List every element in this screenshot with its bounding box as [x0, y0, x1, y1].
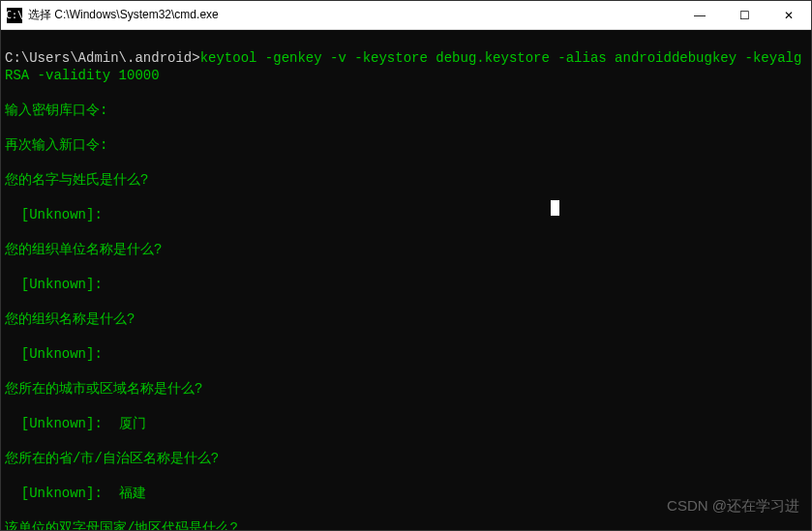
app-icon: C:\: [7, 8, 22, 23]
text-cursor: [551, 200, 559, 216]
output-line: [Unknown]: 福建: [5, 485, 807, 502]
output-line: [Unknown]: 厦门: [5, 415, 807, 432]
output-line: 您的组织单位名称是什么?: [5, 241, 807, 258]
output-line: [Unknown]:: [5, 276, 807, 293]
output-line: 该单位的双字母国家/地区代码是什么?: [5, 519, 807, 530]
terminal-output[interactable]: C:\Users\Admin\.android>keytool -genkey …: [1, 30, 811, 530]
output-line: 再次输入新口令:: [5, 136, 807, 154]
titlebar: C:\ 选择 C:\Windows\System32\cmd.exe — ☐ ✕: [1, 1, 811, 30]
output-line: [Unknown]:: [5, 345, 807, 363]
minimize-button[interactable]: —: [677, 1, 722, 29]
window-title: 选择 C:\Windows\System32\cmd.exe: [28, 7, 677, 23]
output-line: 您所在的省/市/自治区名称是什么?: [5, 450, 807, 467]
output-line: 您的名字与姓氏是什么?: [5, 171, 807, 189]
maximize-button[interactable]: ☐: [722, 1, 767, 29]
output-line: 您的组织名称是什么?: [5, 310, 807, 328]
output-line: 输入密钥库口令:: [5, 102, 807, 119]
prompt-path: C:\Users\Admin\.android>: [5, 50, 200, 66]
window-controls: — ☐ ✕: [677, 1, 811, 29]
close-button[interactable]: ✕: [767, 1, 811, 29]
cmd-window: C:\ 选择 C:\Windows\System32\cmd.exe — ☐ ✕…: [0, 0, 812, 531]
output-line: 您所在的城市或区域名称是什么?: [5, 380, 807, 398]
output-line: [Unknown]:: [5, 206, 807, 223]
